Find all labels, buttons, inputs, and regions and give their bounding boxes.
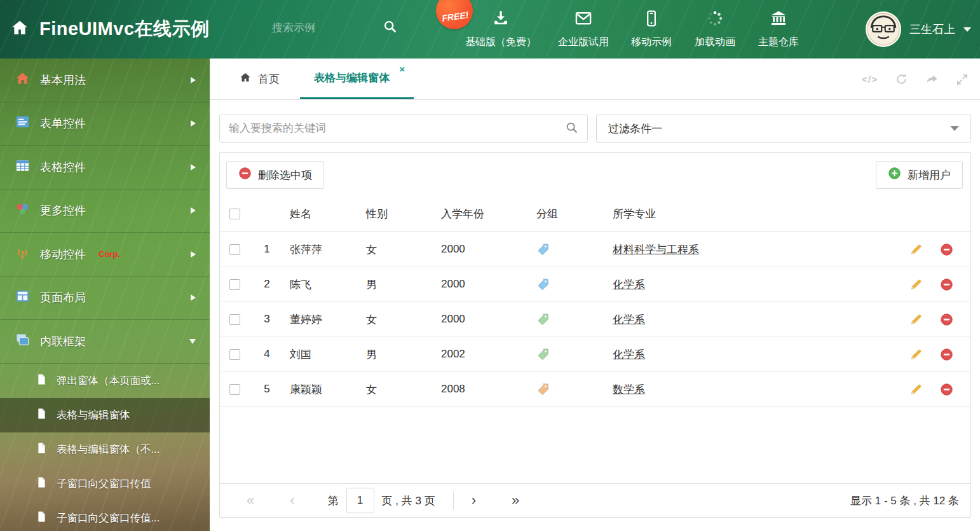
tag-icon xyxy=(527,383,604,396)
major-link[interactable]: 化学系 xyxy=(613,314,645,326)
delete-selected-button[interactable]: 删除选中项 xyxy=(226,161,324,189)
download-icon xyxy=(492,10,510,30)
chevron-right-icon xyxy=(191,207,196,214)
row-checkbox[interactable] xyxy=(229,349,240,360)
table-row: 2 陈飞 男 2000 化学系 xyxy=(220,267,970,302)
major-link[interactable]: 材料科学与工程系 xyxy=(613,244,699,256)
sidebar-item-mobile-controls[interactable]: 移动控件 Corp. xyxy=(0,233,210,277)
user-name: 三生石上 xyxy=(909,22,955,37)
mobile-icon xyxy=(643,10,660,30)
refresh-icon[interactable] xyxy=(895,72,908,86)
cell-year: 2000 xyxy=(432,313,527,326)
tab-toolbar: </> xyxy=(862,59,969,100)
sidebar-subitem-child-to-parent[interactable]: 子窗口向父窗口传值 xyxy=(0,467,210,501)
cell-year: 2000 xyxy=(432,278,527,291)
row-number: 1 xyxy=(253,243,281,256)
table-row: 4 刘国 男 2002 化学系 xyxy=(220,337,970,372)
pagination-bar: « ‹ 第 页 , 共 3 页 › » 显示 1 - 5 条 , 共 12 条 xyxy=(220,483,970,517)
row-checkbox[interactable] xyxy=(229,314,240,325)
row-checkbox[interactable] xyxy=(229,279,240,290)
chevron-right-icon xyxy=(191,164,196,170)
first-page-button[interactable]: « xyxy=(247,493,254,507)
row-checkbox[interactable] xyxy=(229,244,240,255)
nav-item-enterprise-trial[interactable]: 企业版试用 xyxy=(558,10,609,49)
tag-icon xyxy=(527,348,604,361)
delete-row-icon[interactable] xyxy=(940,348,953,361)
edit-pencil-icon[interactable] xyxy=(909,313,923,326)
major-link[interactable]: 数学系 xyxy=(613,383,645,396)
file-icon xyxy=(36,511,48,525)
chevron-down-icon xyxy=(950,126,959,131)
col-header-name: 姓名 xyxy=(281,207,357,221)
edit-pencil-icon[interactable] xyxy=(909,383,923,396)
page-suffix-label: 页 , 共 3 页 xyxy=(382,493,435,508)
avatar[interactable] xyxy=(866,11,901,47)
edit-pencil-icon[interactable] xyxy=(909,278,923,291)
sidebar-item-basic-usage[interactable]: 基本用法 xyxy=(0,59,210,102)
nav-item-mobile-demo[interactable]: 移动示例 xyxy=(630,10,672,49)
sidebar: 基本用法 表单控件 表格控件 更多控件 移动控件 Corp. 页面布局 xyxy=(0,59,210,531)
edit-pencil-icon[interactable] xyxy=(909,348,923,361)
expand-icon[interactable] xyxy=(956,73,969,86)
home-icon xyxy=(239,71,252,87)
nav-item-basic-free[interactable]: 基础版（免费） xyxy=(465,10,536,49)
select-all-checkbox[interactable] xyxy=(229,209,240,219)
edit-pencil-icon[interactable] xyxy=(909,243,923,256)
cell-gender: 男 xyxy=(357,277,432,292)
antenna-icon xyxy=(15,245,30,263)
view-source-icon[interactable]: </> xyxy=(862,74,878,85)
tab-home[interactable]: 首页 xyxy=(228,59,291,99)
record-count-summary: 显示 1 - 5 条 , 共 12 条 xyxy=(850,493,959,508)
table-icon xyxy=(15,158,30,176)
delete-row-icon[interactable] xyxy=(940,278,953,291)
prev-page-button[interactable]: ‹ xyxy=(290,493,294,507)
cell-year: 2008 xyxy=(432,383,527,396)
major-link[interactable]: 化学系 xyxy=(613,348,645,361)
grid-toolbar: 删除选中项 新增用户 xyxy=(220,153,970,197)
header-search-input[interactable] xyxy=(272,22,374,34)
nav-item-loading-animation[interactable]: 加载动画 xyxy=(694,10,736,49)
keyword-search-box xyxy=(219,114,588,143)
sidebar-item-iframe[interactable]: 内联框架 xyxy=(0,320,210,364)
sidebar-subitem-grid-edit-window-2[interactable]: 表格与编辑窗体（不... xyxy=(0,432,210,467)
last-page-button[interactable]: » xyxy=(512,493,519,507)
add-user-button[interactable]: 新增用户 xyxy=(876,161,963,189)
dots-cluster-icon xyxy=(15,202,30,219)
sidebar-item-more-controls[interactable]: 更多控件 xyxy=(0,190,210,233)
sidebar-subitem-popup-window[interactable]: 弹出窗体（本页面或... xyxy=(0,364,210,398)
sidebar-subitem-grid-edit-window[interactable]: 表格与编辑窗体 xyxy=(0,398,210,432)
home-icon[interactable] xyxy=(10,18,29,40)
nav-item-theme-repo[interactable]: 主题仓库 xyxy=(758,10,800,49)
close-icon[interactable]: × xyxy=(399,64,405,74)
page-number-input[interactable] xyxy=(346,488,374,513)
share-forward-icon[interactable] xyxy=(925,72,939,86)
app-title: FineUIMvc在线示例 xyxy=(39,17,210,42)
delete-row-icon[interactable] xyxy=(940,313,953,326)
layout-icon xyxy=(15,289,30,307)
spinner-icon xyxy=(706,10,724,30)
delete-row-icon[interactable] xyxy=(940,383,953,396)
keyword-search-input[interactable] xyxy=(229,122,565,135)
tab-grid-edit-window[interactable]: 表格与编辑窗体 × xyxy=(300,59,414,99)
row-checkbox[interactable] xyxy=(229,384,240,395)
sidebar-item-page-layout[interactable]: 页面布局 xyxy=(0,277,210,321)
cell-gender: 女 xyxy=(357,312,432,327)
delete-row-icon[interactable] xyxy=(940,243,953,256)
next-page-button[interactable]: › xyxy=(472,493,476,507)
chevron-right-icon xyxy=(191,77,196,83)
tag-icon xyxy=(527,313,604,326)
sidebar-subitem-child-to-parent-2[interactable]: 子窗口向父窗口传值... xyxy=(0,501,210,531)
search-icon[interactable] xyxy=(383,19,397,36)
col-header-major: 所学专业 xyxy=(604,207,901,221)
search-icon[interactable] xyxy=(565,121,578,137)
row-number: 5 xyxy=(253,383,281,396)
cell-name: 刘国 xyxy=(281,347,357,362)
cell-gender: 男 xyxy=(357,347,432,362)
sidebar-item-form-controls[interactable]: 表单控件 xyxy=(0,102,210,146)
major-link[interactable]: 化学系 xyxy=(613,279,645,291)
table-row: 1 张萍萍 女 2000 材料科学与工程系 xyxy=(220,232,970,267)
sidebar-item-grid-controls[interactable]: 表格控件 xyxy=(0,146,210,190)
filter-dropdown[interactable]: 过滤条件一 xyxy=(596,114,971,143)
user-menu[interactable]: 三生石上 xyxy=(866,0,971,59)
cell-year: 2000 xyxy=(432,243,527,256)
